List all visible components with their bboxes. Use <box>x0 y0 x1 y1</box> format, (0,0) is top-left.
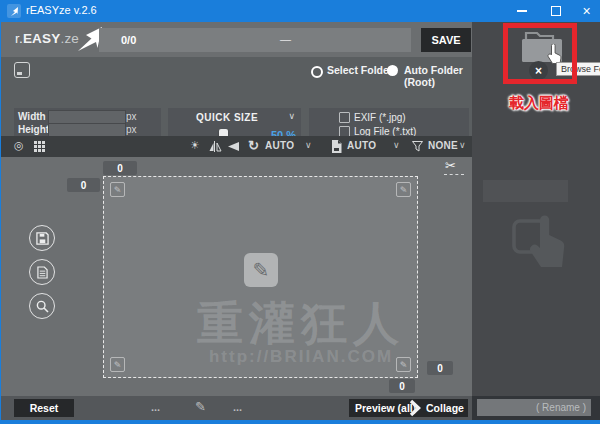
save-single-button[interactable] <box>29 225 55 251</box>
load-panel: × Browse Folder 載入圖檔 <box>472 22 600 396</box>
format-mode-value[interactable]: AUTO <box>347 140 376 151</box>
width-input[interactable] <box>48 110 126 124</box>
save-button[interactable]: SAVE <box>421 28 471 52</box>
file-counter-bar: 0/0 — <box>99 28 411 52</box>
crop-coord-right: 0 <box>427 361 453 375</box>
titlebar: rEASYze v.2.6 × <box>0 0 600 22</box>
crop-dash-line <box>444 174 464 175</box>
height-input[interactable] <box>48 123 126 137</box>
chevron-down-icon[interactable]: ∨ <box>288 111 295 121</box>
quick-size-title: QUICK SIZE <box>168 112 286 123</box>
image-canvas[interactable]: ✎ ✎ ✎ ✎ ✎ <box>103 176 418 378</box>
pencil-icon[interactable]: ✎ <box>195 399 206 414</box>
workspace: ✂ 0 0 ✎ ✎ ✎ ✎ ✎ 重灌狂人 http://BRIIAN.COM 0… <box>1 157 472 396</box>
flip-vertical-icon[interactable] <box>228 142 239 151</box>
edit-placeholder-icon: ✎ <box>244 253 278 287</box>
chevron-right-icon <box>409 399 421 417</box>
copyright-icon[interactable]: ◎ <box>14 139 24 152</box>
width-label: Width : <box>18 111 52 122</box>
dots-left: ... <box>151 401 160 413</box>
config-block: Select Folder Auto Folder (Root) Width :… <box>1 57 472 136</box>
crop-coord-bottom: 0 <box>389 379 415 393</box>
height-unit: px <box>126 124 137 135</box>
chevron-down-icon[interactable]: ∨ <box>459 140 466 150</box>
brightness-icon[interactable]: ☀ <box>190 139 200 152</box>
width-unit: px <box>126 111 137 122</box>
crop-coord-left: 0 <box>67 178 100 192</box>
rotate-mode-value[interactable]: AUTO <box>265 140 294 151</box>
corner-edit-icon[interactable]: ✎ <box>110 357 125 372</box>
collage-button[interactable]: Collage <box>422 399 468 417</box>
annotation-highlight-box <box>503 23 577 84</box>
app-logo: r.EASY.ze <box>15 31 79 46</box>
window-border-bottom <box>0 420 600 424</box>
rotate-icon[interactable]: ↻ <box>248 138 259 153</box>
drop-hint-box <box>483 180 568 202</box>
filter-icon[interactable] <box>412 141 423 152</box>
image-note-icon[interactable] <box>14 62 30 78</box>
reset-button[interactable]: Reset <box>14 399 74 417</box>
crop-coord-top: 0 <box>103 161 137 175</box>
tap-here-icon <box>510 205 572 273</box>
flip-horizontal-icon[interactable] <box>209 141 222 152</box>
zoom-button[interactable] <box>29 293 55 319</box>
auto-folder-radio[interactable] <box>387 65 398 76</box>
annotation-caption: 載入圖檔 <box>498 94 580 113</box>
edit-toolbar: ◎ ☀ ↻ AUTO ∨ AUTO ∨ NONE ∨ <box>1 136 472 157</box>
chevron-down-icon[interactable]: ∨ <box>393 140 400 150</box>
app-icon <box>7 4 21 18</box>
corner-edit-icon[interactable]: ✎ <box>396 182 411 197</box>
exif-checkbox[interactable] <box>339 112 350 123</box>
file-format-icon[interactable] <box>331 140 342 153</box>
select-folder-label[interactable]: Select Folder <box>327 64 393 76</box>
header-row: r.EASY.ze 0/0 — SAVE <box>1 22 472 57</box>
crop-scissors-icon[interactable]: ✂ <box>445 158 456 173</box>
rename-bar <box>472 396 600 420</box>
dots-right: ... <box>233 401 242 413</box>
select-folder-radio[interactable] <box>311 66 323 78</box>
close-button[interactable]: × <box>573 0 600 22</box>
chevron-down-icon[interactable]: ∨ <box>305 140 312 150</box>
counter-dash: — <box>280 33 291 45</box>
maximize-button[interactable] <box>541 0 571 22</box>
auto-folder-label[interactable]: Auto Folder (Root) <box>404 64 472 88</box>
filter-mode-value[interactable]: NONE <box>428 140 458 151</box>
main-area: r.EASY.ze 0/0 — SAVE Select Folder Auto … <box>1 22 472 396</box>
corner-edit-icon[interactable]: ✎ <box>396 357 411 372</box>
corner-edit-icon[interactable]: ✎ <box>110 182 125 197</box>
exif-label[interactable]: EXIF (*.jpg) <box>354 112 406 123</box>
minimize-button[interactable] <box>506 0 538 22</box>
grid-icon[interactable] <box>34 141 45 152</box>
footer-bar: Reset ... ✎ ... Preview (all) Collage <box>1 396 472 420</box>
file-info-button[interactable] <box>29 259 55 285</box>
rename-input[interactable] <box>477 399 591 416</box>
reasyze-window: { "titlebar": { "title": "rEASYze v.2.6"… <box>0 0 600 424</box>
window-title: rEASYze v.2.6 <box>26 4 97 16</box>
file-counter: 0/0 <box>121 34 136 46</box>
option-row: EXIF (*.jpg) <box>309 112 469 124</box>
